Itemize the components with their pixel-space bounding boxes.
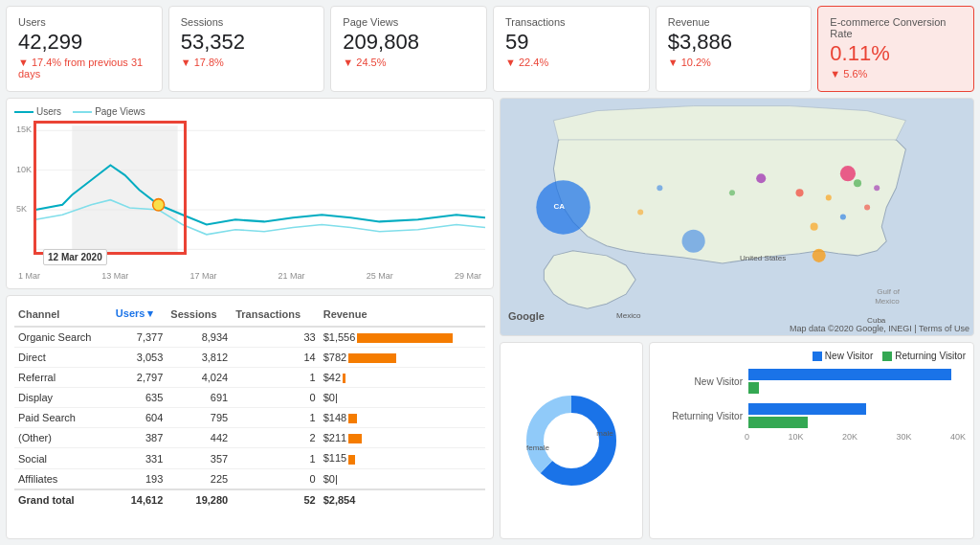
- col-channel[interactable]: Channel: [14, 304, 112, 327]
- metric-pageviews: Page Views 209,808 24.5%: [330, 6, 487, 92]
- svg-text:CA: CA: [553, 202, 565, 211]
- cell-channel: Direct: [14, 348, 112, 368]
- chart-date-label: 12 Mar 2020: [43, 249, 107, 265]
- cell-transactions: 1: [232, 448, 319, 468]
- cell-sessions: 225: [167, 468, 232, 489]
- footer-revenue: $2,854: [320, 489, 485, 510]
- legend-users: Users: [14, 106, 61, 117]
- date-1mar: 1 Mar: [18, 271, 40, 281]
- cell-revenue: $148: [320, 408, 485, 428]
- metric-revenue-value: $3,886: [668, 30, 800, 55]
- bar-row-returning-visitor: Returning Visitor: [661, 403, 962, 428]
- col-transactions[interactable]: Transactions: [232, 304, 319, 327]
- metric-users: Users 42,299 17.4% from previous 31 days: [6, 6, 163, 92]
- revenue-bar: [343, 374, 345, 383]
- table-row: Direct 3,053 3,812 14 $782: [14, 348, 485, 368]
- metric-sessions-label: Sessions: [181, 16, 313, 28]
- cell-channel: Paid Search: [14, 408, 112, 428]
- axis-30k: 30K: [896, 432, 911, 442]
- cell-sessions: 3,812: [167, 348, 232, 368]
- cell-channel: Organic Search: [14, 327, 112, 348]
- revenue-bar: [357, 333, 453, 343]
- metric-revenue-label: Revenue: [668, 16, 800, 28]
- revenue-bar-empty: |: [335, 473, 338, 485]
- legend-returning-visitor-label: Returning Visitor: [895, 351, 966, 361]
- metric-pageviews-label: Page Views: [343, 16, 475, 28]
- cell-users: 3,053: [112, 348, 167, 368]
- metric-transactions-change: 22.4%: [505, 57, 637, 68]
- svg-point-17: [854, 179, 861, 187]
- bar-returning-ret: [748, 417, 808, 428]
- table-row: Organic Search 7,377 8,934 33 $1,556: [14, 327, 485, 348]
- cell-sessions: 4,024: [167, 368, 232, 388]
- bar-group-returning: [748, 403, 962, 428]
- legend-new-visitor-label: New Visitor: [825, 351, 873, 361]
- table-card: Channel Users Sessions Transactions Reve…: [6, 295, 494, 539]
- svg-text:male: male: [596, 429, 613, 438]
- cell-users: 604: [112, 408, 167, 428]
- metric-revenue-change: 10.2%: [668, 57, 800, 68]
- axis-0: 0: [745, 432, 749, 442]
- revenue-bar: [348, 434, 362, 443]
- table-row: Paid Search 604 795 1 $148: [14, 408, 485, 428]
- col-users[interactable]: Users: [112, 304, 167, 327]
- metric-transactions-label: Transactions: [505, 16, 637, 28]
- svg-point-24: [637, 209, 643, 215]
- date-13mar: 13 Mar: [101, 271, 128, 281]
- cell-sessions: 8,934: [167, 327, 232, 348]
- date-21mar: 21 Mar: [278, 271, 305, 281]
- cell-revenue: $115: [320, 448, 485, 468]
- svg-point-13: [813, 249, 826, 262]
- cell-transactions: 1: [232, 408, 319, 428]
- bar-row-new-label: New Visitor: [661, 376, 743, 387]
- footer-sessions: 19,280: [167, 489, 232, 510]
- chart-body: 15K 10K 5K: [14, 121, 485, 269]
- svg-point-14: [756, 173, 766, 183]
- cell-channel: Display: [14, 388, 112, 408]
- legend-pageviews: Page Views: [73, 106, 145, 117]
- donut-card: female male: [500, 342, 643, 539]
- metric-users-change: 17.4% from previous 31 days: [18, 57, 150, 79]
- metric-users-label: Users: [18, 16, 150, 28]
- chart-svg: 15K 10K 5K: [14, 121, 485, 269]
- cell-channel: (Other): [14, 428, 112, 448]
- bar-returning-new: [748, 403, 866, 415]
- metric-conversion-value: 0.11%: [830, 41, 962, 66]
- date-29mar: 29 Mar: [455, 271, 481, 281]
- cell-channel: Referral: [14, 368, 112, 388]
- cell-revenue: $211: [320, 428, 485, 448]
- axis-40k: 40K: [950, 432, 966, 442]
- metric-conversion-label: E-commerce Conversion Rate: [830, 16, 962, 39]
- svg-rect-7: [72, 125, 177, 252]
- revenue-bar: [348, 455, 355, 465]
- svg-point-22: [729, 190, 735, 195]
- metric-transactions: Transactions 59 22.4%: [493, 6, 650, 92]
- cell-users: 387: [112, 428, 167, 448]
- right-panel: CA United States Mexico Cuba Gulf of Mex…: [500, 98, 974, 539]
- cell-transactions: 14: [232, 348, 319, 368]
- left-panel: Users Page Views 15K 10K 5K: [6, 98, 494, 539]
- legend-returning-visitor-color: [882, 352, 892, 361]
- svg-point-23: [657, 185, 662, 191]
- bar-row-new-visitor: New Visitor: [661, 369, 962, 394]
- svg-point-8: [153, 199, 165, 211]
- cell-sessions: 795: [167, 408, 232, 428]
- svg-text:10K: 10K: [16, 165, 32, 174]
- bar-chart-body: New Visitor Returning Visitor: [657, 369, 966, 428]
- table-row: Social 331 357 1 $115: [14, 448, 485, 468]
- col-revenue[interactable]: Revenue: [320, 304, 485, 327]
- bar-chart-card: New Visitor Returning Visitor New Visito…: [649, 342, 974, 539]
- table-row: Referral 2,797 4,024 1 $42: [14, 368, 485, 388]
- svg-point-12: [840, 166, 856, 181]
- chart-legend: Users Page Views: [14, 106, 485, 117]
- bottom-right: female male New Visitor Returning Visito…: [500, 342, 974, 539]
- cell-revenue: $1,556: [320, 327, 485, 348]
- footer-label: Grand total: [14, 489, 112, 510]
- svg-text:5K: 5K: [16, 204, 27, 214]
- bar-new-visitor-returning: [748, 382, 759, 394]
- cell-transactions: 0: [232, 468, 319, 489]
- col-sessions[interactable]: Sessions: [167, 304, 232, 327]
- map-card: CA United States Mexico Cuba Gulf of Mex…: [500, 98, 974, 336]
- table-row: Display 635 691 0 $0|: [14, 388, 485, 408]
- svg-point-15: [795, 189, 803, 196]
